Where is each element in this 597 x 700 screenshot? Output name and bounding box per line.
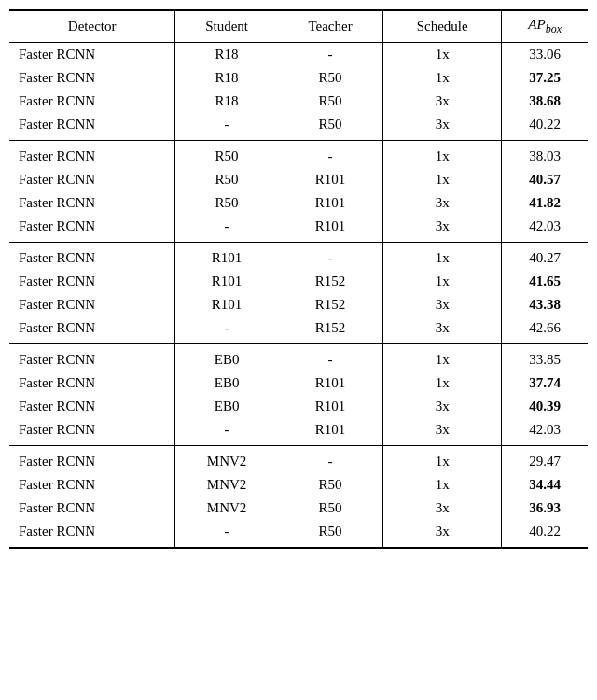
cell-ap: 34.44	[502, 473, 588, 497]
cell-detector: Faster RCNN	[9, 446, 175, 474]
cell-detector: Faster RCNN	[9, 66, 175, 90]
cell-teacher: R101	[278, 371, 383, 395]
cell-schedule: 1x	[383, 270, 502, 293]
cell-detector: Faster RCNN	[9, 90, 175, 113]
cell-student: R18	[175, 66, 278, 90]
cell-schedule: 1x	[383, 43, 502, 67]
cell-teacher: R50	[278, 520, 383, 548]
cell-ap: 29.47	[502, 446, 588, 474]
table-row: Faster RCNNEB0R1013x40.39	[9, 395, 588, 418]
cell-teacher: R101	[278, 191, 383, 215]
cell-detector: Faster RCNN	[9, 270, 175, 293]
cell-ap: 37.25	[502, 66, 588, 90]
table-row: Faster RCNNMNV2R503x36.93	[9, 497, 588, 520]
header-schedule: Schedule	[383, 10, 502, 43]
cell-ap: 40.27	[502, 243, 588, 271]
table-row: Faster RCNNR101R1523x43.38	[9, 293, 588, 316]
cell-ap: 36.93	[502, 497, 588, 520]
cell-student: MNV2	[175, 497, 278, 520]
cell-schedule: 1x	[383, 473, 502, 497]
cell-schedule: 1x	[383, 66, 502, 90]
cell-student: R101	[175, 293, 278, 316]
cell-ap: 40.22	[502, 520, 588, 548]
cell-teacher: -	[278, 141, 383, 169]
cell-detector: Faster RCNN	[9, 43, 175, 67]
cell-student: MNV2	[175, 446, 278, 474]
cell-teacher: R50	[278, 90, 383, 113]
cell-teacher: R50	[278, 113, 383, 141]
cell-schedule: 3x	[383, 395, 502, 418]
cell-detector: Faster RCNN	[9, 293, 175, 316]
cell-student: -	[175, 113, 278, 141]
cell-ap: 40.39	[502, 395, 588, 418]
cell-detector: Faster RCNN	[9, 473, 175, 497]
table-row: Faster RCNN-R1523x42.66	[9, 316, 588, 344]
cell-ap: 38.03	[502, 141, 588, 169]
table-row: Faster RCNN-R503x40.22	[9, 113, 588, 141]
cell-schedule: 1x	[383, 243, 502, 271]
results-table: Detector Student Teacher Schedule APbox …	[9, 9, 588, 549]
cell-detector: Faster RCNN	[9, 113, 175, 141]
header-teacher: Teacher	[278, 10, 383, 43]
cell-schedule: 3x	[383, 215, 502, 243]
cell-schedule: 3x	[383, 520, 502, 548]
header-detector: Detector	[9, 10, 175, 43]
cell-student: MNV2	[175, 473, 278, 497]
cell-detector: Faster RCNN	[9, 215, 175, 243]
cell-ap: 33.06	[502, 43, 588, 67]
cell-schedule: 3x	[383, 90, 502, 113]
cell-ap: 42.66	[502, 316, 588, 344]
cell-teacher: R50	[278, 473, 383, 497]
cell-schedule: 1x	[383, 168, 502, 191]
cell-schedule: 3x	[383, 191, 502, 215]
cell-student: -	[175, 215, 278, 243]
cell-detector: Faster RCNN	[9, 168, 175, 191]
cell-schedule: 3x	[383, 497, 502, 520]
cell-ap: 42.03	[502, 215, 588, 243]
cell-ap: 40.22	[502, 113, 588, 141]
cell-student: R101	[175, 270, 278, 293]
cell-student: R18	[175, 43, 278, 67]
header-student: Student	[175, 10, 278, 43]
table-row: Faster RCNNEB0-1x33.85	[9, 344, 588, 372]
table-row: Faster RCNNR18R501x37.25	[9, 66, 588, 90]
header-ap: APbox	[502, 10, 588, 43]
table-row: Faster RCNNR50R1011x40.57	[9, 168, 588, 191]
table-row: Faster RCNNMNV2R501x34.44	[9, 473, 588, 497]
cell-schedule: 1x	[383, 141, 502, 169]
table-row: Faster RCNNR101-1x40.27	[9, 243, 588, 271]
cell-detector: Faster RCNN	[9, 141, 175, 169]
cell-teacher: R152	[278, 270, 383, 293]
cell-detector: Faster RCNN	[9, 243, 175, 271]
cell-student: -	[175, 316, 278, 344]
table-row: Faster RCNNR101R1521x41.65	[9, 270, 588, 293]
table-row: Faster RCNNR50-1x38.03	[9, 141, 588, 169]
cell-teacher: R152	[278, 293, 383, 316]
cell-student: EB0	[175, 371, 278, 395]
cell-detector: Faster RCNN	[9, 344, 175, 372]
cell-teacher: -	[278, 344, 383, 372]
cell-detector: Faster RCNN	[9, 497, 175, 520]
cell-detector: Faster RCNN	[9, 316, 175, 344]
table-row: Faster RCNNMNV2-1x29.47	[9, 446, 588, 474]
table-row: Faster RCNN-R503x40.22	[9, 520, 588, 548]
cell-ap: 33.85	[502, 344, 588, 372]
cell-student: EB0	[175, 344, 278, 372]
cell-detector: Faster RCNN	[9, 371, 175, 395]
cell-schedule: 1x	[383, 344, 502, 372]
ap-subscript: box	[546, 22, 562, 35]
cell-schedule: 3x	[383, 316, 502, 344]
cell-schedule: 1x	[383, 371, 502, 395]
cell-ap: 38.68	[502, 90, 588, 113]
cell-student: R101	[175, 243, 278, 271]
cell-teacher: R152	[278, 316, 383, 344]
table-row: Faster RCNNEB0R1011x37.74	[9, 371, 588, 395]
cell-ap: 40.57	[502, 168, 588, 191]
cell-teacher: -	[278, 43, 383, 67]
cell-teacher: R50	[278, 497, 383, 520]
cell-schedule: 3x	[383, 113, 502, 141]
cell-student: R50	[175, 141, 278, 169]
cell-student: R18	[175, 90, 278, 113]
cell-ap: 41.65	[502, 270, 588, 293]
ap-label: AP	[528, 17, 545, 32]
